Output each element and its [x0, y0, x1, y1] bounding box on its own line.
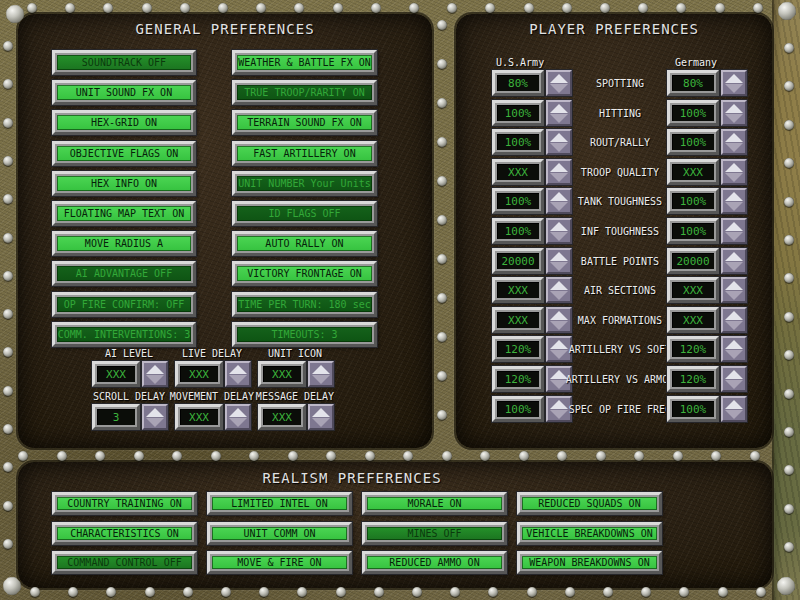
up-arrow-icon[interactable] [229, 408, 247, 417]
message-delay-stepper[interactable] [308, 404, 334, 430]
down-arrow-icon[interactable] [146, 418, 164, 427]
button-op-fire-confirm-off[interactable]: OP FIRE CONFIRM: OFF [52, 292, 196, 317]
up-arrow-icon[interactable] [725, 163, 743, 172]
down-arrow-icon[interactable] [725, 84, 743, 93]
up-arrow-icon[interactable] [725, 222, 743, 231]
button-command-control-off[interactable]: COMMAND CONTROL OFF [52, 551, 197, 574]
movement-delay-stepper[interactable] [225, 404, 251, 430]
button-weather-battle-fx-on[interactable]: WEATHER & BATTLE FX ON [232, 50, 377, 75]
live-delay-stepper[interactable] [225, 361, 251, 387]
button-id-flags-off[interactable]: ID FLAGS OFF [232, 201, 377, 226]
button-characteristics-on[interactable]: CHARACTERISTICS ON [52, 522, 197, 545]
spinner-value-text: 120% [497, 341, 539, 357]
rivet-icon [294, 3, 304, 13]
button-unit-comm-on[interactable]: UNIT COMM ON [207, 522, 352, 545]
button-label: COMM. INTERVENTIONS: 3 [57, 327, 191, 342]
spinner-value-text: XXX [97, 366, 135, 382]
up-arrow-icon[interactable] [312, 408, 330, 417]
down-arrow-icon[interactable] [725, 291, 743, 300]
down-arrow-icon[interactable] [725, 262, 743, 271]
down-arrow-icon[interactable] [725, 202, 743, 211]
up-arrow-icon[interactable] [725, 74, 743, 83]
button-hex-grid-on[interactable]: HEX-GRID ON [52, 110, 196, 135]
down-arrow-icon[interactable] [725, 143, 743, 152]
max-formations-germany-stepper[interactable] [721, 307, 747, 333]
down-arrow-icon[interactable] [312, 418, 330, 427]
button-vehicle-breakdowns-on[interactable]: VEHICLE BREAKDOWNS ON [517, 522, 662, 545]
artillery-vs-armor-germany-stepper[interactable] [721, 366, 747, 392]
spinner-value-text: 100% [672, 105, 714, 121]
up-arrow-icon[interactable] [312, 365, 330, 374]
up-arrow-icon[interactable] [229, 365, 247, 374]
button-unit-sound-fx-on[interactable]: UNIT SOUND FX ON [52, 80, 196, 105]
hitting-germany-stepper[interactable] [721, 100, 747, 126]
down-arrow-icon[interactable] [312, 375, 330, 384]
button-timeouts-3[interactable]: TIMEOUTS: 3 [232, 322, 377, 347]
up-arrow-icon[interactable] [725, 311, 743, 320]
up-arrow-icon[interactable] [146, 408, 164, 417]
button-label: HEX-GRID ON [57, 115, 191, 130]
air-sections-germany-stepper[interactable] [721, 277, 747, 303]
up-arrow-icon[interactable] [725, 104, 743, 113]
scroll-delay-stepper[interactable] [142, 404, 168, 430]
rout-rally-germany-stepper[interactable] [721, 129, 747, 155]
down-arrow-icon[interactable] [229, 375, 247, 384]
button-weapon-breakdowns-on[interactable]: WEAPON BREAKDOWNS ON [517, 551, 662, 574]
button-soundtrack-off[interactable]: SOUNDTRACK OFF [52, 50, 196, 75]
rivet-icon [371, 3, 381, 13]
button-fast-artillery-on[interactable]: FAST ARTILLERY ON [232, 141, 377, 166]
spec-op-fire-freq-germany-stepper[interactable] [721, 396, 747, 422]
button-reduced-squads-on[interactable]: REDUCED SQUADS ON [517, 492, 662, 515]
button-move-fire-on[interactable]: MOVE & FIRE ON [207, 551, 352, 574]
spec-op-fire-freq-label: SPEC OP FIRE FREQ [560, 404, 680, 415]
up-arrow-icon[interactable] [725, 192, 743, 201]
rivet-icon [3, 539, 13, 549]
spotting-germany-stepper[interactable] [721, 70, 747, 96]
down-arrow-icon[interactable] [725, 173, 743, 182]
down-arrow-icon[interactable] [229, 418, 247, 427]
down-arrow-icon[interactable] [725, 410, 743, 419]
artillery-vs-soft-germany-stepper[interactable] [721, 336, 747, 362]
tank-toughness-germany-stepper[interactable] [721, 188, 747, 214]
battle-points-germany-stepper[interactable] [721, 248, 747, 274]
up-arrow-icon[interactable] [725, 133, 743, 142]
spinner-label: MESSAGE DELAY [245, 391, 345, 402]
down-arrow-icon[interactable] [725, 380, 743, 389]
button-limited-intel-on[interactable]: LIMITED INTEL ON [207, 492, 352, 515]
button-mines-off[interactable]: MINES OFF [362, 522, 507, 545]
rivet-icon [480, 451, 490, 461]
button-ai-advantage-off[interactable]: AI ADVANTAGE OFF [52, 261, 196, 286]
up-arrow-icon[interactable] [725, 340, 743, 349]
unit-icon-stepper[interactable] [308, 361, 334, 387]
rivet-icon [145, 587, 155, 597]
up-arrow-icon[interactable] [725, 281, 743, 290]
up-arrow-icon[interactable] [146, 365, 164, 374]
button-unit-number-your-units[interactable]: UNIT NUMBER Your Units [232, 171, 377, 196]
down-arrow-icon[interactable] [725, 232, 743, 241]
troop-quality-germany-stepper[interactable] [721, 159, 747, 185]
button-comm-interventions-3[interactable]: COMM. INTERVENTIONS: 3 [52, 322, 196, 347]
down-arrow-icon[interactable] [725, 114, 743, 123]
button-hex-info-on[interactable]: HEX INFO ON [52, 171, 196, 196]
button-morale-on[interactable]: MORALE ON [362, 492, 507, 515]
button-floating-map-text-on[interactable]: FLOATING MAP TEXT ON [52, 201, 196, 226]
down-arrow-icon[interactable] [146, 375, 164, 384]
down-arrow-icon[interactable] [725, 350, 743, 359]
rivet-icon [68, 587, 78, 597]
up-arrow-icon[interactable] [725, 252, 743, 261]
button-time-per-turn-180-sec[interactable]: TIME PER TURN: 180 sec [232, 292, 377, 317]
rivet-icon [488, 587, 498, 597]
button-country-training-on[interactable]: COUNTRY TRAINING ON [52, 492, 197, 515]
ai-level-stepper[interactable] [142, 361, 168, 387]
button-terrain-sound-fx-on[interactable]: TERRAIN SOUND FX ON [232, 110, 377, 135]
up-arrow-icon[interactable] [725, 370, 743, 379]
button-reduced-ammo-on[interactable]: REDUCED AMMO ON [362, 551, 507, 574]
up-arrow-icon[interactable] [725, 400, 743, 409]
button-objective-flags-on[interactable]: OBJECTIVE FLAGS ON [52, 141, 196, 166]
button-move-radius-a[interactable]: MOVE RADIUS A [52, 231, 196, 256]
inf-toughness-germany-stepper[interactable] [721, 218, 747, 244]
button-true-troop-rarity-on[interactable]: TRUE TROOP/RARITY ON [232, 80, 377, 105]
button-victory-frontage-on[interactable]: VICTORY FRONTAGE ON [232, 261, 377, 286]
down-arrow-icon[interactable] [725, 321, 743, 330]
button-auto-rally-on[interactable]: AUTO RALLY ON [232, 231, 377, 256]
